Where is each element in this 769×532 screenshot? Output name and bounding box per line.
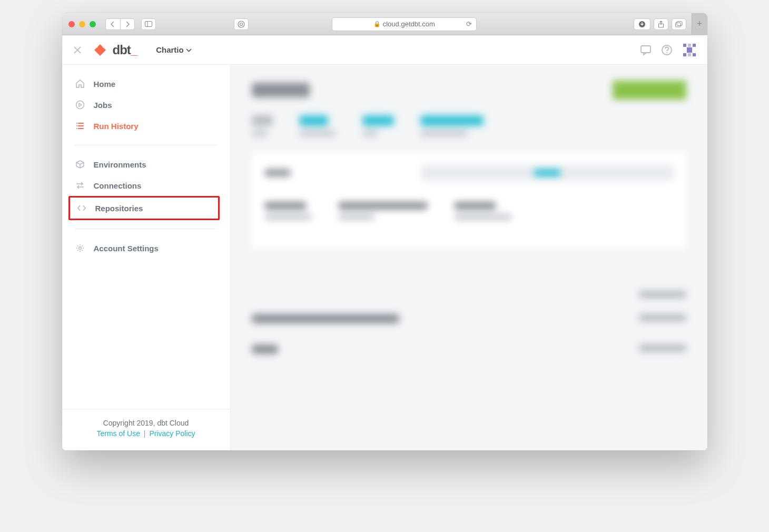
sidebar-item-home[interactable]: Home: [73, 73, 220, 94]
app-container: dbt_ Chartio: [62, 35, 707, 450]
chevron-down-icon: [186, 48, 192, 52]
sidebar-item-connections[interactable]: Connections: [73, 175, 220, 196]
svg-rect-10: [641, 46, 650, 53]
tabs-button[interactable]: [672, 18, 686, 30]
url-host: cloud.getdbt.com: [383, 20, 435, 28]
svg-rect-7: [677, 21, 682, 25]
forward-button[interactable]: [120, 18, 135, 30]
sidebar-item-run-history[interactable]: Run History: [73, 115, 220, 136]
sidebar-footer: Copyright 2019, dbt Cloud Terms of Use |…: [62, 409, 230, 450]
sidebar-item-label: Repositories: [95, 204, 143, 213]
sidebar-item-label: Jobs: [94, 101, 112, 110]
close-window-button[interactable]: [68, 21, 75, 27]
list-icon: [75, 121, 85, 131]
logo-icon: [93, 43, 107, 57]
downloads-button[interactable]: [634, 18, 650, 30]
back-button[interactable]: [105, 18, 120, 30]
sidebar-item-repositories[interactable]: Repositories: [74, 198, 214, 219]
svg-point-8: [96, 46, 97, 47]
toolbar-right: +: [634, 18, 701, 30]
sidebar-item-account-settings[interactable]: Account Settings: [73, 238, 220, 259]
address-bar[interactable]: 🔒 cloud.getdbt.com ⟳: [332, 17, 477, 31]
svg-rect-15: [687, 47, 692, 53]
nav-right: [640, 43, 697, 57]
sidebar-divider: [75, 145, 218, 145]
lock-icon: 🔒: [373, 21, 381, 27]
copyright-text: Copyright 2019, dbt Cloud: [73, 419, 220, 427]
privacy-report-button[interactable]: [234, 18, 249, 30]
reload-button[interactable]: ⟳: [466, 20, 472, 28]
main-content-blurred: [231, 65, 707, 450]
sidebar-item-environments[interactable]: Environments: [73, 154, 220, 175]
share-button[interactable]: [654, 18, 668, 30]
terms-link[interactable]: Terms of Use: [96, 429, 140, 438]
privacy-link[interactable]: Privacy Policy: [149, 429, 195, 438]
app-body: Home Jobs Run History: [62, 65, 707, 450]
svg-rect-18: [688, 44, 691, 47]
svg-rect-0: [145, 22, 152, 27]
sidebar: Home Jobs Run History: [62, 65, 231, 450]
svg-point-9: [102, 46, 104, 47]
svg-rect-6: [675, 23, 681, 27]
org-switcher[interactable]: Chartio: [156, 45, 192, 54]
svg-point-21: [78, 247, 81, 250]
sidebar-item-label: Environments: [94, 160, 146, 169]
top-nav: dbt_ Chartio: [62, 35, 707, 65]
play-circle-icon: [75, 100, 85, 110]
sidebar-item-label: Account Settings: [94, 244, 159, 253]
gear-icon: [75, 243, 85, 253]
svg-rect-16: [683, 53, 686, 56]
logo-text: dbt_: [113, 43, 137, 57]
sidebar-item-label: Connections: [94, 181, 142, 190]
new-tab-button[interactable]: +: [692, 13, 707, 35]
browser-titlebar: 🔒 cloud.getdbt.com ⟳ +: [62, 13, 707, 35]
home-icon: [75, 78, 85, 89]
org-name: Chartio: [156, 45, 184, 54]
svg-point-3: [240, 23, 242, 25]
cube-icon: [75, 159, 85, 170]
code-icon: [76, 203, 87, 213]
sidebar-divider: [75, 229, 218, 229]
window-controls: [68, 21, 96, 27]
sidebar-toggle-button[interactable]: [141, 18, 156, 30]
svg-point-20: [76, 101, 84, 109]
arrows-icon: [75, 180, 85, 191]
svg-rect-17: [693, 53, 696, 56]
sidebar-item-label: Home: [94, 80, 116, 88]
chat-icon[interactable]: [640, 44, 652, 56]
svg-rect-19: [688, 53, 691, 56]
svg-rect-13: [683, 44, 686, 47]
sidebar-item-jobs[interactable]: Jobs: [73, 94, 220, 115]
browser-window: 🔒 cloud.getdbt.com ⟳ +: [62, 13, 707, 450]
svg-rect-14: [693, 44, 696, 47]
logo[interactable]: dbt_: [93, 43, 137, 57]
svg-point-2: [238, 21, 244, 27]
separator: |: [144, 429, 146, 438]
sidebar-item-label: Run History: [94, 122, 139, 131]
close-menu-icon[interactable]: [73, 45, 82, 55]
help-icon[interactable]: [661, 44, 673, 56]
highlighted-item: Repositories: [68, 196, 220, 220]
minimize-window-button[interactable]: [79, 21, 85, 27]
nav-buttons: [105, 18, 135, 30]
maximize-window-button[interactable]: [90, 21, 96, 27]
svg-point-12: [666, 52, 667, 53]
avatar[interactable]: [682, 43, 697, 57]
